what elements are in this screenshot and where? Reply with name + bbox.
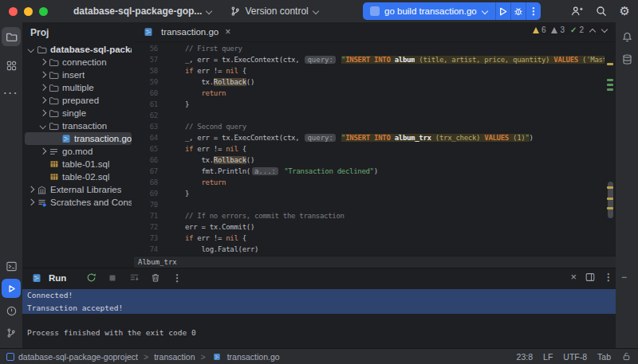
line-number[interactable]: 63 xyxy=(134,121,158,132)
chevron-down-icon[interactable] xyxy=(38,120,48,131)
next-problem-icon[interactable] xyxy=(601,27,608,33)
code-line[interactable]: 73if err != nil { xyxy=(134,233,605,244)
tree-item[interactable]: table-02.sql xyxy=(25,170,132,183)
hide-panel-icon[interactable]: − xyxy=(621,272,627,283)
vcs-toolwindow-button[interactable] xyxy=(2,323,21,342)
code-line[interactable]: 60 return xyxy=(134,88,605,99)
code-line[interactable]: 68 return xyxy=(134,177,605,188)
structure-toolwindow-button[interactable] xyxy=(2,56,21,75)
code-line[interactable]: 67 fmt.Println(a...: "Transaction declin… xyxy=(134,166,605,177)
console-line[interactable]: Transaction accepted! xyxy=(22,302,616,315)
code-line[interactable]: 58if err != nil { xyxy=(134,65,605,76)
inspections-widget[interactable]: 6 3 ✓2 xyxy=(530,25,611,35)
debug-button[interactable] xyxy=(510,2,526,20)
rerun-button[interactable] xyxy=(83,270,99,286)
run-toolwindow-button[interactable] xyxy=(2,279,21,298)
line-number[interactable]: 69 xyxy=(134,188,158,199)
breadcrumb[interactable]: database-sql-package-goproject > transac… xyxy=(6,351,280,362)
run-more-options-button[interactable]: ⋮ xyxy=(169,270,185,286)
line-number[interactable]: 71 xyxy=(134,210,158,221)
add-user-icon[interactable] xyxy=(570,5,583,18)
line-number[interactable]: 65 xyxy=(134,143,158,155)
minimize-window-button[interactable] xyxy=(24,7,33,16)
caret-position[interactable]: 23:8 xyxy=(517,352,533,362)
line-number[interactable]: 73 xyxy=(134,233,158,244)
line-number[interactable]: 62 xyxy=(134,110,158,121)
settings-gear-icon[interactable]: ⚙ xyxy=(620,4,630,18)
run-configuration-selector[interactable]: go build transaction.go xyxy=(363,2,495,20)
close-panel-icon[interactable]: × xyxy=(570,271,577,283)
line-number[interactable]: 64 xyxy=(134,132,158,143)
code-line[interactable]: 74 log.Fatal(err) xyxy=(134,244,605,255)
line-number[interactable]: 74 xyxy=(134,244,158,255)
more-toolwindows-button[interactable]: ··· xyxy=(2,83,21,102)
chevron-down-icon[interactable] xyxy=(26,44,36,55)
clear-console-button[interactable] xyxy=(148,270,163,286)
code-line[interactable]: 71// If no errors, commit the transactio… xyxy=(134,210,605,221)
line-separator[interactable]: LF xyxy=(543,352,553,362)
line-number[interactable]: 56 xyxy=(134,43,158,54)
line-number[interactable]: 72 xyxy=(134,221,158,233)
project-panel-header[interactable]: Proj xyxy=(22,22,134,43)
maximize-window-button[interactable] xyxy=(39,7,48,16)
close-tab-icon[interactable]: × xyxy=(225,26,230,37)
chevron-right-icon[interactable] xyxy=(38,108,48,119)
chevron-right-icon[interactable] xyxy=(26,184,36,195)
console-line[interactable] xyxy=(22,314,616,327)
tree-item[interactable]: insert xyxy=(25,68,132,81)
code-line[interactable]: 69} xyxy=(134,188,605,199)
run-console[interactable]: Connected!Transaction accepted!Process f… xyxy=(22,287,616,350)
line-number[interactable]: 58 xyxy=(134,65,158,76)
project-selector[interactable]: database-sql-package-gop... xyxy=(73,6,212,17)
line-number[interactable]: 61 xyxy=(134,99,158,110)
line-number[interactable]: 59 xyxy=(134,76,158,88)
chevron-right-icon[interactable] xyxy=(38,82,48,93)
chevron-right-icon[interactable] xyxy=(38,57,48,68)
tree-item[interactable]: transaction xyxy=(25,119,132,132)
close-window-button[interactable] xyxy=(9,7,18,16)
chevron-right-icon[interactable] xyxy=(26,197,36,208)
code-line[interactable]: 66 tx.Rollback() xyxy=(134,155,605,166)
kebab-icon[interactable]: ⋮ xyxy=(604,272,613,283)
tree-item[interactable]: database-sql-package-gop xyxy=(25,43,132,56)
database-toolwindow-button[interactable] xyxy=(617,49,636,68)
tree-item[interactable]: single xyxy=(25,107,132,119)
code-editor[interactable]: 56// First query57_, err = tx.ExecContex… xyxy=(134,41,605,256)
line-number[interactable]: 67 xyxy=(134,166,158,177)
code-line[interactable]: 65if err != nil { xyxy=(134,143,605,155)
tree-item[interactable]: Scratches and Consoles xyxy=(25,196,132,209)
chevron-right-icon[interactable] xyxy=(38,69,48,80)
line-number[interactable]: 70 xyxy=(134,199,158,210)
chevron-right-icon[interactable] xyxy=(38,146,48,157)
error-stripe[interactable] xyxy=(605,41,616,256)
terminal-toolwindow-button[interactable] xyxy=(2,256,21,276)
indent-style[interactable]: Tab xyxy=(597,352,611,362)
previous-problem-icon[interactable] xyxy=(589,27,596,33)
notifications-button[interactable] xyxy=(617,27,636,46)
line-number[interactable]: 57 xyxy=(134,54,158,65)
breadcrumb-project[interactable]: database-sql-package-goproject xyxy=(18,352,138,362)
run-tab[interactable]: Run xyxy=(30,272,66,284)
code-line[interactable]: 56// First query xyxy=(134,43,605,54)
soft-wrap-button[interactable] xyxy=(126,270,142,286)
breadcrumb-folder[interactable]: transaction xyxy=(154,352,195,362)
run-more-actions-button[interactable]: ⋮ xyxy=(526,2,541,20)
line-number[interactable]: 60 xyxy=(134,88,158,99)
search-icon[interactable] xyxy=(595,5,608,18)
problems-toolwindow-button[interactable] xyxy=(2,301,21,320)
file-encoding[interactable]: UTF-8 xyxy=(563,352,587,362)
line-number[interactable]: 66 xyxy=(134,155,158,166)
tree-item[interactable]: prepared xyxy=(25,94,132,107)
code-line[interactable]: 59 tx.Rollback() xyxy=(134,76,605,88)
tree-item[interactable]: go.mod xyxy=(25,145,132,158)
code-line[interactable]: 70 xyxy=(134,199,605,210)
tree-item[interactable]: External Libraries xyxy=(25,183,132,196)
console-line[interactable]: Connected! xyxy=(22,289,616,302)
tree-item[interactable]: table-01.sql xyxy=(25,158,132,170)
tree-item[interactable]: transaction.go xyxy=(25,132,132,145)
project-toolwindow-button[interactable] xyxy=(2,27,21,46)
layout-icon[interactable] xyxy=(585,272,596,283)
vcs-widget[interactable]: Version control xyxy=(230,6,318,17)
chevron-right-icon[interactable] xyxy=(38,95,48,106)
code-line[interactable]: 57_, err = tx.ExecContext(ctx, query: "I… xyxy=(134,54,605,65)
